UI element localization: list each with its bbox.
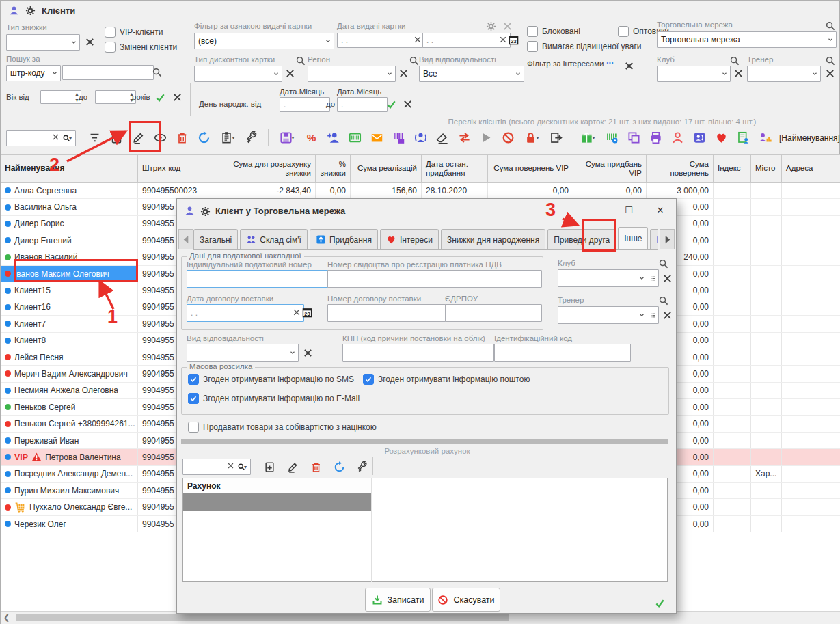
club-search-icon[interactable] <box>728 54 740 66</box>
clear-icon[interactable] <box>414 36 422 46</box>
add-icon[interactable] <box>260 458 278 476</box>
card-type-search-icon[interactable] <box>294 54 306 66</box>
card-issue-combo[interactable]: (все) <box>194 33 334 49</box>
discount-type-clear-icon[interactable] <box>83 36 96 48</box>
save-icon[interactable]: ▾ <box>276 128 298 146</box>
tools-icon[interactable] <box>243 128 260 146</box>
report-person-icon[interactable] <box>734 128 752 146</box>
delete-icon[interactable] <box>173 128 191 146</box>
gift-icon[interactable]: ▾ <box>577 128 599 146</box>
barcode-gear-icon[interactable] <box>603 128 621 146</box>
supply-number-input[interactable] <box>327 304 446 322</box>
column-header[interactable]: Сума реалізацій <box>351 155 422 182</box>
barcode-print-icon[interactable] <box>390 128 407 146</box>
trainer-clear-icon[interactable] <box>661 309 673 321</box>
checkbox-sms[interactable]: Згоден отримувати інформацію по SMS <box>188 374 354 385</box>
column-header[interactable]: Сума повернень <box>647 155 714 182</box>
card-date-to-input[interactable]: . . <box>422 33 511 48</box>
printer-icon[interactable] <box>647 128 664 146</box>
block-icon[interactable] <box>499 128 517 146</box>
clear-icon[interactable] <box>52 133 59 143</box>
trainer-combo[interactable] <box>558 306 659 324</box>
column-header[interactable]: % знижки <box>316 155 351 182</box>
birthday-apply-icon[interactable] <box>385 98 397 110</box>
tab-інтереси[interactable]: Інтереси <box>380 229 439 249</box>
column-header[interactable]: Штрих-код <box>138 155 206 182</box>
trainer-search-icon[interactable] <box>657 294 669 306</box>
card-date-from-input[interactable]: . . <box>337 33 425 48</box>
vat-cert-input[interactable] <box>327 270 542 288</box>
tab-придбання[interactable]: Придбання <box>310 229 378 249</box>
interests-clear-icon[interactable] <box>623 59 635 72</box>
card-type-clear-icon[interactable] <box>284 67 296 79</box>
age-to-spinner[interactable]: ▲▼ <box>95 90 136 104</box>
list-select-icon[interactable] <box>647 275 658 282</box>
cancel-button[interactable]: Скасувати <box>432 588 500 612</box>
tab-знижки-дня-народження[interactable]: Знижки дня народження <box>441 229 545 249</box>
play-icon[interactable] <box>477 128 495 146</box>
birthday-to-input[interactable]: . <box>337 97 388 112</box>
search-menu-icon[interactable]: ▾ <box>62 134 72 142</box>
refresh-icon[interactable] <box>195 128 213 146</box>
sort-field-label[interactable]: [Найменування] <box>779 133 840 143</box>
tab-інше[interactable]: Інше <box>618 227 648 249</box>
ident-code-input[interactable] <box>494 344 631 362</box>
heart-icon[interactable] <box>712 128 730 146</box>
trainer-search-icon[interactable] <box>824 54 836 66</box>
club-combo[interactable] <box>558 269 659 287</box>
clear-icon[interactable] <box>227 462 234 472</box>
column-header[interactable]: Індекс <box>714 155 751 182</box>
delete-icon[interactable] <box>307 458 325 476</box>
export-icon[interactable] <box>547 128 565 146</box>
splitter-handle[interactable] <box>181 439 668 444</box>
region-clear-icon[interactable] <box>397 67 409 79</box>
region-combo[interactable] <box>308 66 396 82</box>
column-header[interactable]: Сума придбань VIP <box>573 155 647 182</box>
club-clear-icon[interactable] <box>732 67 744 79</box>
region-search-icon[interactable] <box>407 54 420 66</box>
checkbox-email[interactable]: Згоден отримувати інформацію по E-Mail <box>188 393 360 404</box>
eraser-icon[interactable] <box>433 128 451 146</box>
club-clear-icon[interactable] <box>661 272 673 284</box>
tab-загальні[interactable]: Загальні <box>193 229 238 249</box>
network-search-icon[interactable] <box>824 19 836 31</box>
column-header[interactable]: Дата остан. придбання <box>422 155 488 182</box>
responsibility-combo[interactable]: Все <box>419 66 524 82</box>
search-input[interactable] <box>62 65 154 80</box>
tools-icon[interactable] <box>353 458 371 476</box>
card-date-settings-gear-icon[interactable] <box>485 20 497 32</box>
column-header[interactable]: Найменування <box>1 155 138 182</box>
add-client-icon[interactable] <box>324 128 342 146</box>
responsibility-combo[interactable] <box>187 344 299 362</box>
kpp-input[interactable] <box>342 344 494 362</box>
birthday-clear-icon[interactable] <box>401 98 414 110</box>
checkbox-sell-cost[interactable]: Продавати товари за собівартістю з націн… <box>188 422 377 433</box>
contacts-icon[interactable] <box>690 128 708 146</box>
list-select-icon[interactable] <box>647 312 658 319</box>
scrollbar-thumb[interactable] <box>16 614 509 621</box>
refresh-icon[interactable] <box>330 458 348 476</box>
client-braces-icon[interactable] <box>411 128 429 146</box>
age-apply-icon[interactable] <box>154 91 166 103</box>
account-search-input[interactable]: ▾ <box>182 459 251 475</box>
interests-more-button[interactable]: ... <box>606 55 614 66</box>
table-row[interactable]: Алла Сергеевна990495500023-2 843,400,001… <box>1 182 840 199</box>
club-combo[interactable] <box>657 66 731 82</box>
close-button[interactable]: ✕ <box>649 202 672 217</box>
network-combo[interactable]: Торговельна мережа <box>657 31 837 48</box>
checkbox-vip-clients[interactable]: VIP-клієнти <box>105 27 163 38</box>
checkbox-blocked[interactable]: Блоковані <box>527 26 580 37</box>
supply-date-input[interactable]: . . <box>187 304 304 322</box>
people-stats-icon[interactable] <box>756 128 774 146</box>
checkbox-post[interactable]: Згоден отримувати інформацію поштою <box>363 374 530 385</box>
exchange-icon[interactable] <box>455 128 473 146</box>
percent-icon[interactable]: % <box>302 128 320 146</box>
trainer-clear-icon[interactable] <box>824 67 836 79</box>
search-mode-combo[interactable]: штр-коду <box>6 65 61 81</box>
calendar-icon[interactable]: 23 <box>300 306 314 320</box>
print-copies-icon[interactable] <box>625 128 642 146</box>
calendar-icon[interactable]: 23 <box>506 33 521 47</box>
barcode-icon[interactable] <box>346 128 364 146</box>
checkbox-attention[interactable]: Вимагає підвищеної уваги <box>527 41 642 52</box>
age-from-spinner[interactable]: ▲▼ <box>40 90 81 104</box>
